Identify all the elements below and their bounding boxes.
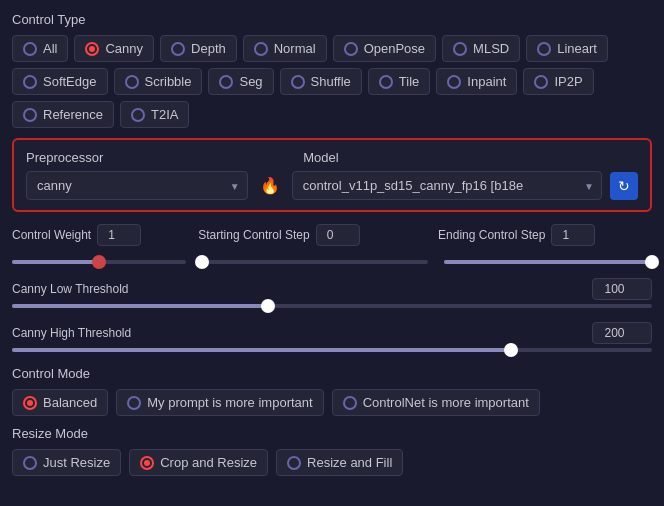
model-label: Model [303, 150, 638, 165]
radio-label-depth: Depth [191, 41, 226, 56]
control-type-option-shuffle[interactable]: Shuffle [280, 68, 362, 95]
control-mode-section: Control Mode BalancedMy prompt is more i… [12, 366, 652, 416]
starting-step-input[interactable] [316, 224, 360, 246]
radio-circle-t2ia [131, 108, 145, 122]
radio-label-normal: Normal [274, 41, 316, 56]
ending-step-slider[interactable] [444, 260, 652, 264]
canny-low-slider[interactable] [12, 304, 652, 308]
control-type-option-openpose[interactable]: OpenPose [333, 35, 436, 62]
ending-step-group: Ending Control Step [438, 224, 652, 246]
radio-circle-softedge [23, 75, 37, 89]
ending-step-label: Ending Control Step [438, 228, 545, 242]
resize-mode-label: Resize Mode [12, 426, 652, 441]
control-type-option-depth[interactable]: Depth [160, 35, 237, 62]
control-type-group: AllCannyDepthNormalOpenPoseMLSDLineartSo… [12, 35, 652, 128]
radio-label-canny: Canny [105, 41, 143, 56]
radio-circle-seg [219, 75, 233, 89]
control-mode-group: BalancedMy prompt is more importantContr… [12, 389, 652, 416]
canny-high-section: Canny High Threshold [12, 322, 652, 352]
radio-label-mlsd: MLSD [473, 41, 509, 56]
control-mode-option-controlnet[interactable]: ControlNet is more important [332, 389, 540, 416]
control-type-option-inpaint[interactable]: Inpaint [436, 68, 517, 95]
radio-circle-canny [85, 42, 99, 56]
canny-high-input[interactable] [592, 322, 652, 344]
radio-circle-openpose [344, 42, 358, 56]
control-type-section: Control Type AllCannyDepthNormalOpenPose… [12, 12, 652, 128]
radio-label-cm-controlnet: ControlNet is more important [363, 395, 529, 410]
control-mode-option-prompt[interactable]: My prompt is more important [116, 389, 323, 416]
control-mode-label: Control Mode [12, 366, 652, 381]
radio-label-rm-crop: Crop and Resize [160, 455, 257, 470]
control-weight-input[interactable] [97, 224, 141, 246]
radio-label-openpose: OpenPose [364, 41, 425, 56]
starting-step-label: Starting Control Step [198, 228, 309, 242]
radio-label-rm-fill: Resize and Fill [307, 455, 392, 470]
radio-label-t2ia: T2IA [151, 107, 178, 122]
resize-mode-option-crop[interactable]: Crop and Resize [129, 449, 268, 476]
sliders-row: Control Weight Starting Control Step End… [12, 224, 652, 246]
radio-circle-rm-crop [140, 456, 154, 470]
resize-mode-section: Resize Mode Just ResizeCrop and ResizeRe… [12, 426, 652, 476]
canny-low-label: Canny Low Threshold [12, 282, 129, 296]
radio-circle-cm-controlnet [343, 396, 357, 410]
control-type-option-seg[interactable]: Seg [208, 68, 273, 95]
control-type-option-normal[interactable]: Normal [243, 35, 327, 62]
radio-label-scribble: Scribble [145, 74, 192, 89]
control-weight-slider[interactable] [12, 260, 186, 264]
canny-high-label: Canny High Threshold [12, 326, 131, 340]
radio-label-cm-balanced: Balanced [43, 395, 97, 410]
resize-mode-option-fill[interactable]: Resize and Fill [276, 449, 403, 476]
control-mode-option-balanced[interactable]: Balanced [12, 389, 108, 416]
control-type-option-tile[interactable]: Tile [368, 68, 430, 95]
control-type-option-mlsd[interactable]: MLSD [442, 35, 520, 62]
radio-label-all: All [43, 41, 57, 56]
radio-circle-ip2p [534, 75, 548, 89]
radio-circle-cm-balanced [23, 396, 37, 410]
fire-button[interactable]: 🔥 [256, 172, 284, 200]
radio-label-shuffle: Shuffle [311, 74, 351, 89]
radio-label-rm-just: Just Resize [43, 455, 110, 470]
radio-circle-shuffle [291, 75, 305, 89]
radio-circle-tile [379, 75, 393, 89]
canny-high-slider[interactable] [12, 348, 652, 352]
preprocessor-select[interactable]: canny none invert [26, 171, 248, 200]
radio-label-softedge: SoftEdge [43, 74, 97, 89]
model-select-wrapper: control_v11p_sd15_canny_fp16 [b18e ▼ [292, 171, 602, 200]
model-select[interactable]: control_v11p_sd15_canny_fp16 [b18e [292, 171, 602, 200]
starting-step-group: Starting Control Step [198, 224, 430, 246]
preproc-model-box: Preprocessor Model canny none invert ▼ 🔥… [12, 138, 652, 212]
resize-mode-option-just[interactable]: Just Resize [12, 449, 121, 476]
ending-step-input[interactable] [551, 224, 595, 246]
radio-label-inpaint: Inpaint [467, 74, 506, 89]
radio-circle-lineart [537, 42, 551, 56]
radio-circle-scribble [125, 75, 139, 89]
radio-label-seg: Seg [239, 74, 262, 89]
radio-label-tile: Tile [399, 74, 419, 89]
radio-circle-reference [23, 108, 37, 122]
control-type-option-softedge[interactable]: SoftEdge [12, 68, 108, 95]
preprocessor-select-wrapper: canny none invert ▼ [26, 171, 248, 200]
radio-circle-inpaint [447, 75, 461, 89]
resize-mode-group: Just ResizeCrop and ResizeResize and Fil… [12, 449, 652, 476]
control-weight-label: Control Weight [12, 228, 91, 242]
control-type-option-t2ia[interactable]: T2IA [120, 101, 189, 128]
radio-label-ip2p: IP2P [554, 74, 582, 89]
control-weight-group: Control Weight [12, 224, 190, 246]
radio-label-lineart: Lineart [557, 41, 597, 56]
control-type-label: Control Type [12, 12, 652, 27]
radio-circle-cm-prompt [127, 396, 141, 410]
control-type-option-lineart[interactable]: Lineart [526, 35, 608, 62]
control-type-option-all[interactable]: All [12, 35, 68, 62]
canny-low-section: Canny Low Threshold [12, 278, 652, 308]
radio-circle-normal [254, 42, 268, 56]
radio-circle-mlsd [453, 42, 467, 56]
radio-circle-depth [171, 42, 185, 56]
control-type-option-ip2p[interactable]: IP2P [523, 68, 593, 95]
radio-label-reference: Reference [43, 107, 103, 122]
canny-low-input[interactable] [592, 278, 652, 300]
starting-step-slider[interactable] [202, 260, 428, 264]
control-type-option-reference[interactable]: Reference [12, 101, 114, 128]
control-type-option-scribble[interactable]: Scribble [114, 68, 203, 95]
control-type-option-canny[interactable]: Canny [74, 35, 154, 62]
refresh-button[interactable]: ↻ [610, 172, 638, 200]
